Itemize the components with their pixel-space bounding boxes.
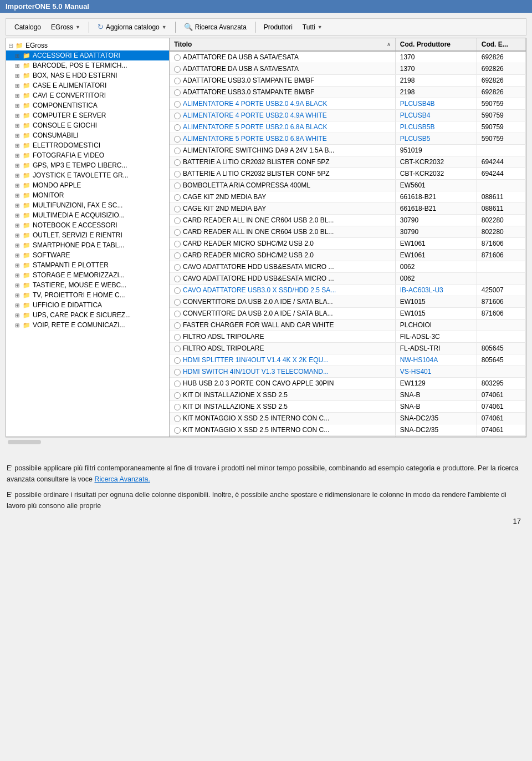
- tree-item-26[interactable]: ⊞📁UPS, CARE PACK E SICUREZ...: [6, 310, 169, 320]
- tree-item-5[interactable]: ⊞📁COMPONENTISTICA: [6, 100, 169, 110]
- expand-icon-15: ⊞: [15, 202, 22, 209]
- scrollbar-bottom[interactable]: [6, 437, 526, 446]
- producers-button[interactable]: Produttori: [260, 22, 296, 33]
- table-row[interactable]: KIT DI INSTALLAZIONE X SSD 2.5SNA-B07406…: [170, 389, 526, 401]
- tree-item-9[interactable]: ⊞📁ELETTRODOMESTICI: [6, 140, 169, 150]
- table-row[interactable]: CAVO ADATTATORE HDD USB&ESATA MICRO ...0…: [170, 273, 526, 285]
- table-row[interactable]: ADATTATORE USB3.0 STAMPANTE BM/BF2198692…: [170, 87, 526, 98]
- tree-item-21[interactable]: ⊞📁STAMPANTI E PLOTTER: [6, 260, 169, 270]
- table-row[interactable]: ADATTATORE USB3.0 STAMPANTE BM/BF2198692…: [170, 75, 526, 87]
- tree-item-12[interactable]: ⊞📁JOYSTICK E TAVOLETTE GR...: [6, 170, 169, 180]
- table-row[interactable]: BATTERIE A LITIO CR2032 BLISTER CONF 5PZ…: [170, 156, 526, 168]
- table-row[interactable]: BATTERIE A LITIO CR2032 BLISTER CONF 5PZ…: [170, 168, 526, 180]
- table-row[interactable]: ALIMENTATORE 4 PORTE USB2.0 4.9A WHITEPL…: [170, 110, 526, 121]
- tree-item-27[interactable]: ⊞📁VOIP, RETE E COMUNICAZI...: [6, 320, 169, 330]
- table-row[interactable]: CARD READER ALL IN ONE CR604 USB 2.0 BL.…: [170, 215, 526, 226]
- cell-cod-prod-3: 2198: [395, 87, 477, 98]
- table-row[interactable]: HDMI SWITCH 4IN/1OUT V1.3 TELECOMAND...V…: [170, 366, 526, 378]
- tree-item-10[interactable]: ⊞📁FOTOGRAFIA E VIDEO: [6, 150, 169, 160]
- table-row[interactable]: FILTRO ADSL TRIPOLAREFL-ADSL-TRI805645: [170, 343, 526, 354]
- row-circle-icon-20: [174, 287, 181, 294]
- table-row[interactable]: CONVERTITORE DA USB 2.0 A IDE / SATA BLA…: [170, 308, 526, 319]
- cell-cod-e-23: [477, 319, 525, 331]
- tree-item-15[interactable]: ⊞📁MULTIFUNZIONI, FAX E SC...: [6, 200, 169, 210]
- col-cod-prod[interactable]: Cod. Produttore: [395, 38, 477, 51]
- tree-item-17[interactable]: ⊞📁NOTEBOOK E ACCESSORI: [6, 220, 169, 230]
- folder-icon-15: 📁: [23, 202, 30, 209]
- tree-item-2[interactable]: ⊞📁BOX, NAS E HDD ESTERNI: [6, 70, 169, 80]
- tree-item-7[interactable]: ⊞📁CONSOLE E GIOCHI: [6, 120, 169, 130]
- tree-item-19[interactable]: ⊞📁SMARTPHONE PDA E TABL...: [6, 240, 169, 250]
- tree-item-24[interactable]: ⊞📁TV, PROIETTORI E HOME C...: [6, 290, 169, 300]
- tree-item-16[interactable]: ⊞📁MULTIMEDIA E ACQUISIZIO...: [6, 210, 169, 220]
- tree-item-3[interactable]: ⊞📁CASE E ALIMENTATORI: [6, 80, 169, 90]
- table-row[interactable]: HDMI SPLITTER 1IN/4OUT V1.4 4K X 2K EQU.…: [170, 354, 526, 366]
- catalog-button[interactable]: Catalogo: [11, 22, 45, 33]
- tree-item-label-17: NOTEBOOK E ACCESSORI: [33, 221, 117, 229]
- tree-item-1[interactable]: ⊞📁BARCODE, POS E TERMICH...: [6, 60, 169, 70]
- table-panel[interactable]: Titolo ∧ Cod. Produttore Cod. E... ADAT: [170, 38, 526, 437]
- table-row[interactable]: CAGE KIT 2ND MEDIA BAY661618-B21088611: [170, 203, 526, 215]
- row-title-text-15: CARD READER ALL IN ONE CR604 USB 2.0 BL.…: [183, 228, 334, 236]
- folder-icon-16: 📁: [23, 212, 30, 219]
- table-row[interactable]: CONVERTITORE DA USB 2.0 A IDE / SATA BLA…: [170, 296, 526, 308]
- table-row[interactable]: ADATTATORE DA USB A SATA/ESATA1370692826: [170, 51, 526, 63]
- cell-cod-e-13: 088611: [477, 203, 525, 215]
- row-circle-icon-17: [174, 252, 181, 259]
- catalog-dropdown[interactable]: EGross ▼: [47, 22, 84, 33]
- cell-cod-e-14: 802280: [477, 215, 525, 226]
- table-row[interactable]: ALIMENTATORE 5 PORTE USB2.0 6.8A WHITEPL…: [170, 133, 526, 145]
- table-row[interactable]: KIT DI INSTALLAZIONE X SSD 2.5SNA-B07406…: [170, 401, 526, 413]
- cell-cod-prod-9: CBT-KCR2032: [395, 156, 477, 168]
- tree-item-23[interactable]: ⊞📁TASTIERE, MOUSE E WEBC...: [6, 280, 169, 290]
- table-row[interactable]: KIT MONTAGGIO X SSD 2.5 INTERNO CON C...…: [170, 413, 526, 424]
- row-title-text-23: FASTER CHARGER FOR WALL AND CAR WHITE: [183, 321, 334, 329]
- row-title-text-14: CARD READER ALL IN ONE CR604 USB 2.0 BL.…: [183, 216, 334, 224]
- advanced-search-button[interactable]: 🔍 Ricerca Avanzata: [180, 21, 250, 33]
- h-scrollbar-thumb[interactable]: [8, 440, 41, 444]
- tree-item-25[interactable]: ⊞📁UFFICIO E DIDATTICA: [6, 300, 169, 310]
- update-catalog-button[interactable]: ↻ Aggiorna catalogo ▼: [94, 21, 171, 33]
- folder-icon-8: 📁: [23, 132, 30, 139]
- tree-item-13[interactable]: ⊞📁MONDO APPLE: [6, 180, 169, 190]
- catalog-value: EGross: [51, 23, 73, 31]
- ricerca-avanzata-link[interactable]: Ricerca Avanzata.: [94, 475, 150, 483]
- tree-item-11[interactable]: ⊞📁GPS, MP3 E TEMPO LIBERC...: [6, 160, 169, 170]
- tree-item-14[interactable]: ⊞📁MONITOR: [6, 190, 169, 200]
- col-title[interactable]: Titolo ∧: [170, 38, 395, 51]
- table-row[interactable]: FASTER CHARGER FOR WALL AND CAR WHITEPLC…: [170, 319, 526, 331]
- tree-root[interactable]: ⊟ 📁 EGross: [6, 40, 169, 50]
- table-row[interactable]: CAVO ADATTATORE HDD USB&ESATA MICRO ...0…: [170, 261, 526, 273]
- table-row[interactable]: ALIMENTATORE 5 PORTE USB2.0 6.8A BLACKPL…: [170, 121, 526, 133]
- tree-item-0[interactable]: ⊞📁ACCESSORI E ADATTATORI: [6, 50, 169, 60]
- expand-icon-4: ⊞: [15, 93, 22, 99]
- col-cod-e[interactable]: Cod. E...: [477, 38, 525, 51]
- folder-icon-1: 📁: [23, 62, 30, 69]
- table-row[interactable]: CARD READER ALL IN ONE CR604 USB 2.0 BL.…: [170, 226, 526, 238]
- cell-title-6: ALIMENTATORE 5 PORTE USB2.0 6.8A BLACK: [170, 121, 395, 133]
- table-row[interactable]: KIT MONTAGGIO X SSD 2.5 INTERNO CON C...…: [170, 424, 526, 436]
- table-row[interactable]: CARD READER MICRO SDHC/M2 USB 2.0EW10618…: [170, 250, 526, 261]
- table-row[interactable]: CAGE KIT 2ND MEDIA BAY661618-B21088611: [170, 191, 526, 203]
- table-row[interactable]: BOMBOLETTA ARIA COMPRESSA 400MLEW5601: [170, 180, 526, 191]
- expand-icon-18: ⊞: [15, 232, 22, 239]
- table-row[interactable]: LETTORE SMART CARD USB PER FIRMA DIGIT..…: [170, 436, 526, 437]
- table-row[interactable]: CAVO ADATTATORE USB3.0 X SSD/HDD 2.5 SA.…: [170, 285, 526, 296]
- tree-item-6[interactable]: ⊞📁COMPUTER E SERVER: [6, 110, 169, 120]
- tree-item-20[interactable]: ⊞📁SOFTWARE: [6, 250, 169, 260]
- table-row[interactable]: HUB USB 2.0 3 PORTE CON CAVO APPLE 30PIN…: [170, 378, 526, 389]
- table-row[interactable]: ALIMENTATORE SWITCHING DA9 A 24V 1.5A B.…: [170, 145, 526, 156]
- folder-icon-10: 📁: [23, 152, 30, 159]
- table-row[interactable]: FILTRO ADSL TRIPOLAREFIL-ADSL-3C: [170, 331, 526, 343]
- producers-dropdown[interactable]: Tutti ▼: [299, 22, 326, 33]
- tree-item-8[interactable]: ⊞📁CONSUMABILI: [6, 130, 169, 140]
- table-row[interactable]: ADATTATORE DA USB A SATA/ESATA1370692826: [170, 63, 526, 75]
- expand-icon-5: ⊞: [15, 103, 22, 109]
- tree-item-4[interactable]: ⊞📁CAVI E CONVERTITORI: [6, 90, 169, 100]
- tree-item-18[interactable]: ⊞📁OUTLET, SERVIZI E RIENTRI: [6, 230, 169, 240]
- tree-item-22[interactable]: ⊞📁STORAGE E MEMORIZZAZI...: [6, 270, 169, 280]
- table-row[interactable]: ALIMENTATORE 4 PORTE USB2.0 4.9A BLACKPL…: [170, 98, 526, 110]
- tree-item-label-10: FOTOGRAFIA E VIDEO: [33, 151, 104, 159]
- tree-panel[interactable]: ⊟ 📁 EGross ⊞📁ACCESSORI E ADATTATORI⊞📁BAR…: [6, 38, 170, 437]
- table-row[interactable]: CARD READER MICRO SDHC/M2 USB 2.0EW10618…: [170, 238, 526, 250]
